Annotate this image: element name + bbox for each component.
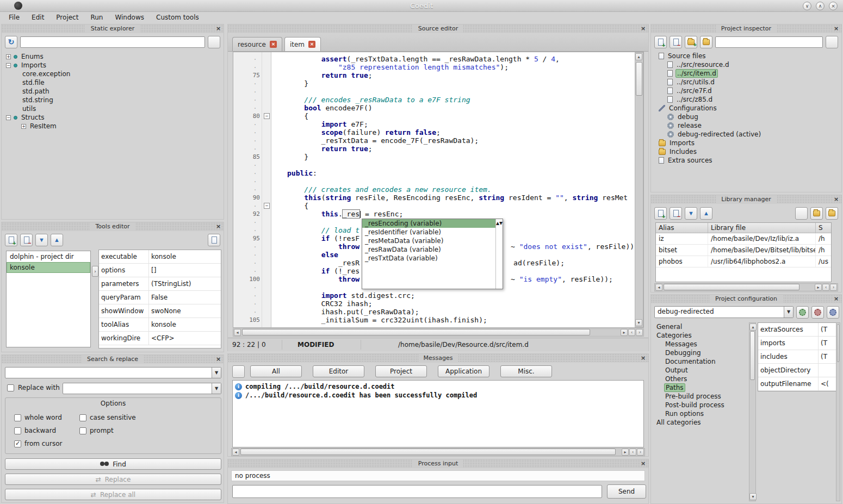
menu-item-custom-tools[interactable]: Custom tools <box>151 13 204 22</box>
add-folder-button[interactable] <box>685 36 697 48</box>
close-icon[interactable]: × <box>215 25 222 32</box>
scroll-page-right[interactable]: › <box>637 449 644 456</box>
code-line[interactable]: { <box>271 202 635 210</box>
checkbox-case-sensitive[interactable] <box>79 414 86 421</box>
property-row[interactable]: imports(T <box>758 337 836 350</box>
scroll-page-right[interactable]: › <box>636 329 643 336</box>
code-line[interactable]: this._res = resEnc; <box>271 210 635 218</box>
menu-item-run[interactable]: Run <box>85 13 108 22</box>
scroll-page-left[interactable]: ‹ <box>822 284 829 291</box>
shade-button[interactable]: ∨ <box>803 2 811 10</box>
code-line[interactable] <box>271 161 635 169</box>
scroll-thumb[interactable] <box>636 62 642 96</box>
tree-item[interactable]: ../src/z85.d <box>651 95 840 104</box>
code-line[interactable] <box>271 177 635 185</box>
completion-item[interactable]: _resTxtData (variable) <box>362 254 495 263</box>
scroll-thumb[interactable] <box>837 324 839 362</box>
scroll-down-arrow[interactable]: ▾ <box>749 493 757 500</box>
close-button[interactable]: × <box>829 2 838 10</box>
configuration-vertical-scrollbar[interactable] <box>836 322 840 501</box>
scroll-page-right[interactable]: › <box>830 284 837 291</box>
register-project-button[interactable] <box>826 207 838 220</box>
tree-item[interactable]: ../src/item.d <box>651 69 840 78</box>
tree-item[interactable]: Debugging <box>651 349 748 357</box>
tree-item[interactable]: release <box>651 121 840 130</box>
tree-item[interactable]: Pre-build process <box>651 392 748 401</box>
scroll-right-arrow[interactable]: ▸ <box>622 449 629 456</box>
code-line[interactable]: return true; <box>271 145 635 153</box>
tree-item[interactable]: +Enums <box>2 52 222 61</box>
scroll-left-arrow[interactable]: ◂ <box>232 449 239 456</box>
replace-all-button[interactable]: ⇄ Replace all <box>5 489 221 500</box>
scroll-thumb[interactable] <box>240 449 616 455</box>
checkbox-from-cursor[interactable] <box>14 440 21 447</box>
clear-button[interactable] <box>232 365 245 378</box>
tree-item[interactable]: Source files <box>651 52 840 60</box>
scroll-thumb[interactable] <box>664 284 799 290</box>
close-icon[interactable]: × <box>833 196 840 203</box>
tree-item[interactable]: utils <box>2 104 222 113</box>
code-line[interactable]: this(string resFile, ResEncoding resEnc,… <box>271 194 635 202</box>
property-row[interactable]: parameters(TStringList) <box>99 277 221 291</box>
completion-item[interactable]: _resIdentifier (variable) <box>362 228 495 237</box>
process-input-field[interactable] <box>232 485 602 498</box>
splitter-collapse-button[interactable]: › <box>92 266 98 277</box>
scroll-thumb[interactable] <box>750 331 755 380</box>
chevron-down-icon[interactable]: ▼ <box>212 368 221 378</box>
menu-item-project[interactable]: Project <box>51 13 84 22</box>
tree-item[interactable]: ../src/utils.d <box>651 78 840 86</box>
property-value[interactable]: swoNone <box>149 307 221 315</box>
editor-tab-resource[interactable]: resource× <box>232 37 282 51</box>
column-header-library-file[interactable]: Library file <box>708 223 816 233</box>
close-icon[interactable]: × <box>640 25 647 32</box>
messages-filter-misc[interactable]: Misc. <box>500 365 552 377</box>
code-line[interactable]: ihash.put(_resRawData); <box>271 308 635 316</box>
property-row[interactable]: executablekonsole <box>99 250 221 264</box>
scroll-thumb[interactable] <box>242 329 590 335</box>
add-config-button[interactable] <box>796 306 809 319</box>
configuration-combobox[interactable]: debug-redirected ▼ <box>654 306 794 318</box>
remove-config-button[interactable] <box>811 306 824 319</box>
code-line[interactable]: import e7F; <box>271 120 635 128</box>
menu-item-windows[interactable]: Windows <box>109 13 150 22</box>
checkbox-prompt[interactable] <box>79 427 86 434</box>
close-icon[interactable]: × <box>215 356 222 363</box>
property-row[interactable]: queryParamFalse <box>99 291 221 304</box>
completion-scrollbar[interactable]: ▴▾ <box>495 219 503 289</box>
tree-item[interactable]: −Imports <box>2 61 222 70</box>
open-folder-button[interactable] <box>810 207 823 220</box>
add-source-button[interactable] <box>654 36 667 48</box>
category-tree-scrollbar[interactable]: ▴▾ <box>749 322 756 501</box>
tree-item[interactable]: General <box>651 322 748 331</box>
folder-options-button[interactable] <box>700 36 712 48</box>
editor-horizontal-scrollbar[interactable]: ◂‹›▸ <box>233 328 644 337</box>
filter-button[interactable] <box>208 36 220 48</box>
scroll-down-arrow[interactable]: ▾ <box>499 219 503 227</box>
completion-item[interactable]: _resRawData (variable) <box>362 245 495 254</box>
chevron-down-icon[interactable]: ▼ <box>784 307 793 318</box>
property-value[interactable]: konsole <box>149 253 221 260</box>
tree-item[interactable]: +ResItem <box>2 122 222 130</box>
tree-item[interactable]: Others <box>651 375 748 383</box>
tree-item[interactable]: ../src/resource.d <box>651 60 840 69</box>
code-line[interactable]: { <box>271 112 635 120</box>
property-value[interactable]: <( <box>819 380 836 388</box>
tree-item[interactable]: Messages <box>651 340 748 349</box>
move-up-button[interactable]: ▲ <box>700 207 712 220</box>
scroll-page-left[interactable]: ‹ <box>629 449 636 456</box>
property-row[interactable]: toolAliaskonsole <box>99 318 221 332</box>
tree-item[interactable]: ../src/e7F.d <box>651 86 840 95</box>
tree-item[interactable]: Post-build process <box>651 401 748 409</box>
code-line[interactable]: bool encodee7F() <box>271 104 635 112</box>
library-horizontal-scrollbar[interactable]: ◂‹›▸ <box>654 283 838 291</box>
find-button[interactable]: Find <box>5 458 221 470</box>
remove-tool-button[interactable] <box>20 234 33 246</box>
tree-item[interactable]: Categories <box>651 331 748 340</box>
replace-with-combobox[interactable]: ▼ <box>63 383 221 394</box>
library-row[interactable]: iz/home/basile/Dev/Iz/lib/iz.a/h <box>656 233 831 245</box>
code-line[interactable]: return true; <box>271 71 635 79</box>
property-value[interactable]: (T <box>819 353 836 360</box>
code-line[interactable]: assert(_resTxtData.length == _resRawData… <box>271 55 635 63</box>
close-icon[interactable]: × <box>640 460 647 467</box>
property-row[interactable]: outputFilename<( <box>758 377 836 391</box>
